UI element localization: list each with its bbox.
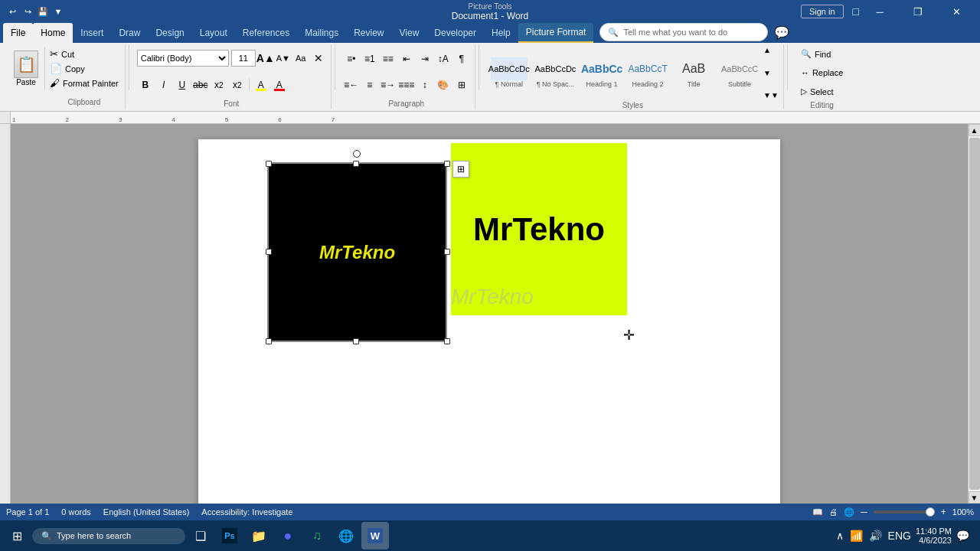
taskbar-app-word[interactable]: W — [361, 522, 389, 549]
shading-button[interactable]: 🎨 — [435, 77, 452, 93]
scroll-down-button[interactable]: ▼ — [969, 491, 981, 504]
taskbar-search[interactable]: 🔍 Type here to search — [32, 528, 185, 544]
format-painter-button[interactable]: 🖌 Format Painter — [48, 77, 120, 90]
highlight-color-button[interactable]: A — [253, 77, 270, 93]
zoom-thumb[interactable] — [926, 507, 935, 517]
handle-tr[interactable] — [444, 161, 450, 167]
taskbar-app-spotify[interactable]: ♫ — [303, 522, 331, 549]
bold-button[interactable]: B — [137, 77, 154, 93]
volume-icon[interactable]: 🔊 — [867, 528, 884, 543]
grow-font-button[interactable]: A▲ — [258, 51, 273, 66]
numbering-button[interactable]: ≡1 — [361, 51, 378, 67]
decrease-indent-button[interactable]: ⇤ — [398, 51, 415, 67]
taskbar-app-photoshop[interactable]: Ps — [216, 522, 243, 549]
tab-layout[interactable]: Layout — [192, 23, 235, 43]
tab-home[interactable]: Home — [33, 23, 73, 43]
tab-references[interactable]: References — [235, 23, 297, 43]
zoom-out-button[interactable]: ─ — [861, 507, 867, 517]
handle-br[interactable] — [444, 338, 450, 344]
line-spacing-button[interactable]: ↕ — [416, 77, 433, 93]
zoom-slider[interactable] — [874, 510, 935, 514]
font-color-button[interactable]: A — [271, 77, 288, 93]
notification-button[interactable]: 💬 — [955, 528, 971, 543]
subscript-button[interactable]: x2 — [211, 77, 227, 93]
select-button[interactable]: ▷ Select — [795, 83, 839, 99]
minimize-button[interactable]: ─ — [862, 0, 897, 23]
language-indicator[interactable]: English (United States) — [103, 507, 190, 517]
scroll-up-button[interactable]: ▲ — [969, 124, 981, 136]
style-no-spacing[interactable]: AaBbCcDc ¶ No Spac... — [533, 55, 578, 90]
bullets-button[interactable]: ≡• — [343, 51, 360, 67]
tab-mailings[interactable]: Mailings — [297, 23, 346, 43]
tab-help[interactable]: Help — [484, 23, 518, 43]
show-hide-button[interactable]: ¶ — [453, 51, 470, 67]
save-button[interactable]: 💾 — [37, 5, 49, 18]
paste-button[interactable]: 📋 Paste — [8, 47, 45, 90]
document-area[interactable]: MrTekno MrTekno ⊞ — [11, 124, 968, 504]
scroll-thumb[interactable] — [969, 138, 980, 490]
taskbar-app-browser[interactable]: 🌐 — [332, 522, 360, 549]
increase-indent-button[interactable]: ⇥ — [416, 51, 433, 67]
tab-review[interactable]: Review — [346, 23, 391, 43]
taskbar-app-file-explorer[interactable]: 📁 — [245, 522, 273, 549]
change-case-button[interactable]: Aa — [293, 51, 309, 66]
multilevel-list-button[interactable]: ≡≡ — [380, 51, 397, 67]
style-subtitle[interactable]: AaBbCcC Subtitle — [717, 55, 762, 90]
show-hidden-icons[interactable]: ∧ — [835, 528, 845, 543]
handle-bm[interactable] — [353, 338, 359, 344]
ribbon-display-button[interactable]: □ — [853, 5, 859, 18]
cut-button[interactable]: ✂ Cut — [48, 47, 120, 60]
right-scrollbar[interactable]: ▲ ▼ — [968, 124, 980, 504]
tab-design[interactable]: Design — [148, 23, 191, 43]
sign-in-button[interactable]: Sign in — [801, 5, 844, 18]
strikethrough-button[interactable]: abc — [192, 77, 209, 93]
superscript-button[interactable]: x2 — [229, 77, 246, 93]
clear-format-button[interactable]: ✕ — [311, 51, 326, 66]
styles-scroll-down[interactable]: ▼ — [763, 69, 779, 77]
rotate-handle[interactable] — [353, 150, 361, 158]
tab-developer[interactable]: Developer — [426, 23, 484, 43]
align-center-button[interactable]: ≡ — [361, 77, 378, 93]
layout-options-button[interactable]: ⊞ — [452, 161, 469, 178]
network-icon[interactable]: 📶 — [848, 528, 864, 543]
style-title[interactable]: AaB Title — [671, 55, 716, 90]
find-button[interactable]: 🔍 Find — [795, 46, 836, 62]
handle-tm[interactable] — [353, 161, 359, 167]
tab-insert[interactable]: Insert — [73, 23, 111, 43]
style-normal[interactable]: AaBbCcDc ¶ Normal — [487, 55, 531, 90]
style-heading1[interactable]: AaBbCc Heading 1 — [580, 55, 624, 90]
borders-button[interactable]: ⊞ — [453, 77, 470, 93]
tab-file[interactable]: File — [3, 23, 33, 43]
italic-button[interactable]: I — [155, 77, 172, 93]
comment-icon[interactable]: 💬 — [774, 25, 789, 40]
taskbar-app-discord[interactable]: ● — [274, 522, 302, 549]
undo-button[interactable]: ↩ — [6, 5, 18, 18]
task-view-button[interactable]: ❑ — [187, 522, 214, 549]
font-size-input[interactable] — [231, 50, 256, 67]
handle-tl[interactable] — [266, 161, 272, 167]
accessibility-indicator[interactable]: Accessibility: Investigate — [201, 507, 292, 517]
redo-button[interactable]: ↪ — [21, 5, 34, 18]
language-icon[interactable]: ENG — [887, 528, 913, 543]
handle-bl[interactable] — [266, 338, 272, 344]
clock[interactable]: 11:40 PM 4/6/2023 — [916, 527, 952, 545]
view-print-button[interactable]: 🖨 — [829, 507, 838, 517]
handle-ml[interactable] — [266, 249, 272, 255]
zoom-in-button[interactable]: + — [941, 507, 946, 517]
font-family-select[interactable]: Calibri (Body) — [137, 50, 229, 67]
copy-button[interactable]: 📄 Copy — [48, 62, 120, 75]
close-button[interactable]: ✕ — [939, 0, 974, 23]
tab-draw[interactable]: Draw — [111, 23, 148, 43]
underline-button[interactable]: U — [174, 77, 191, 93]
align-left-button[interactable]: ≡← — [343, 77, 360, 93]
start-button[interactable]: ⊞ — [3, 522, 31, 549]
handle-mr[interactable] — [444, 249, 450, 255]
shrink-font-button[interactable]: A▼ — [276, 51, 291, 66]
styles-scroll-up[interactable]: ▲ — [763, 46, 779, 54]
justify-button[interactable]: ≡≡≡ — [398, 77, 415, 93]
view-read-button[interactable]: 📖 — [812, 507, 823, 517]
styles-more[interactable]: ▼▼ — [763, 91, 779, 99]
style-heading2[interactable]: AaBbCcT Heading 2 — [626, 55, 670, 90]
tab-picture-format[interactable]: Picture Format — [518, 23, 594, 43]
sort-button[interactable]: ↕A — [435, 51, 452, 67]
